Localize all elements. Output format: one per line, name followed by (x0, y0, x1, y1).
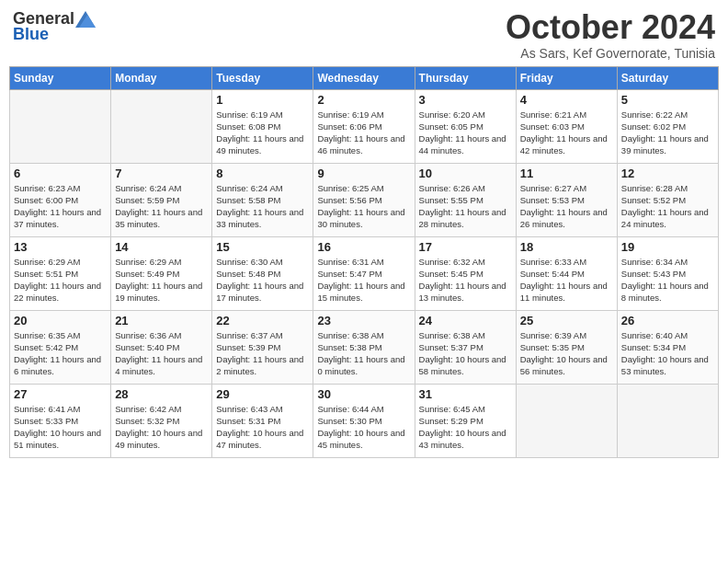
calendar-day-cell: 7Sunrise: 6:24 AM Sunset: 5:59 PM Daylig… (111, 163, 212, 236)
day-info: Sunrise: 6:40 AM Sunset: 5:34 PM Dayligh… (621, 329, 714, 378)
day-number: 26 (621, 314, 714, 327)
day-info: Sunrise: 6:36 AM Sunset: 5:40 PM Dayligh… (115, 329, 208, 378)
calendar-day-cell: 11Sunrise: 6:27 AM Sunset: 5:53 PM Dayli… (516, 163, 617, 236)
calendar-day-cell: 24Sunrise: 6:38 AM Sunset: 5:37 PM Dayli… (415, 310, 516, 384)
day-info: Sunrise: 6:35 AM Sunset: 5:42 PM Dayligh… (14, 329, 107, 378)
calendar-day-cell (111, 89, 212, 163)
calendar-week-row: 1Sunrise: 6:19 AM Sunset: 6:08 PM Daylig… (10, 89, 719, 163)
day-number: 20 (14, 314, 107, 327)
calendar-day-cell (617, 384, 718, 457)
calendar-day-cell: 30Sunrise: 6:44 AM Sunset: 5:30 PM Dayli… (313, 384, 415, 457)
day-number: 6 (14, 167, 107, 180)
logo-blue: Blue (13, 25, 49, 44)
day-info: Sunrise: 6:29 AM Sunset: 5:49 PM Dayligh… (115, 256, 208, 304)
calendar-day-cell: 2Sunrise: 6:19 AM Sunset: 6:06 PM Daylig… (313, 89, 415, 163)
day-info: Sunrise: 6:42 AM Sunset: 5:32 PM Dayligh… (115, 403, 208, 452)
day-info: Sunrise: 6:34 AM Sunset: 5:43 PM Dayligh… (621, 256, 714, 304)
day-info: Sunrise: 6:19 AM Sunset: 6:06 PM Dayligh… (317, 109, 410, 157)
weekday-header: Friday (516, 66, 617, 89)
day-number: 1 (216, 93, 309, 107)
logo-icon (75, 11, 96, 28)
day-info: Sunrise: 6:23 AM Sunset: 6:00 PM Dayligh… (14, 182, 107, 231)
weekday-header: Saturday (617, 66, 718, 89)
calendar-day-cell: 31Sunrise: 6:45 AM Sunset: 5:29 PM Dayli… (415, 384, 516, 457)
location-subtitle: As Sars, Kef Governorate, Tunisia (506, 46, 715, 61)
calendar-day-cell: 14Sunrise: 6:29 AM Sunset: 5:49 PM Dayli… (111, 236, 212, 310)
calendar-day-cell: 20Sunrise: 6:35 AM Sunset: 5:42 PM Dayli… (10, 310, 111, 384)
weekday-header: Monday (111, 66, 212, 89)
day-info: Sunrise: 6:24 AM Sunset: 5:59 PM Dayligh… (115, 182, 208, 231)
day-info: Sunrise: 6:30 AM Sunset: 5:48 PM Dayligh… (216, 256, 309, 304)
day-number: 15 (216, 240, 309, 254)
day-info: Sunrise: 6:39 AM Sunset: 5:35 PM Dayligh… (520, 329, 613, 378)
day-number: 7 (115, 167, 208, 180)
day-info: Sunrise: 6:37 AM Sunset: 5:39 PM Dayligh… (216, 329, 309, 378)
calendar-day-cell: 3Sunrise: 6:20 AM Sunset: 6:05 PM Daylig… (415, 89, 516, 163)
calendar-week-row: 6Sunrise: 6:23 AM Sunset: 6:00 PM Daylig… (10, 163, 719, 236)
calendar-day-cell: 10Sunrise: 6:26 AM Sunset: 5:55 PM Dayli… (415, 163, 516, 236)
day-info: Sunrise: 6:24 AM Sunset: 5:58 PM Dayligh… (216, 182, 309, 231)
calendar-day-cell: 17Sunrise: 6:32 AM Sunset: 5:45 PM Dayli… (415, 236, 516, 310)
day-info: Sunrise: 6:21 AM Sunset: 6:03 PM Dayligh… (520, 109, 613, 157)
day-number: 11 (520, 167, 613, 180)
day-info: Sunrise: 6:41 AM Sunset: 5:33 PM Dayligh… (14, 403, 107, 452)
day-number: 27 (14, 387, 107, 401)
day-info: Sunrise: 6:38 AM Sunset: 5:37 PM Dayligh… (419, 329, 512, 378)
day-number: 21 (115, 314, 208, 327)
calendar-table: SundayMondayTuesdayWednesdayThursdayFrid… (9, 66, 719, 458)
day-info: Sunrise: 6:19 AM Sunset: 6:08 PM Dayligh… (216, 109, 309, 157)
calendar-day-cell: 12Sunrise: 6:28 AM Sunset: 5:52 PM Dayli… (617, 163, 718, 236)
calendar-day-cell: 28Sunrise: 6:42 AM Sunset: 5:32 PM Dayli… (111, 384, 212, 457)
day-info: Sunrise: 6:27 AM Sunset: 5:53 PM Dayligh… (520, 182, 613, 231)
day-info: Sunrise: 6:44 AM Sunset: 5:30 PM Dayligh… (317, 403, 410, 452)
calendar-day-cell: 18Sunrise: 6:33 AM Sunset: 5:44 PM Dayli… (516, 236, 617, 310)
day-info: Sunrise: 6:25 AM Sunset: 5:56 PM Dayligh… (317, 182, 410, 231)
day-info: Sunrise: 6:45 AM Sunset: 5:29 PM Dayligh… (419, 403, 512, 452)
day-number: 5 (621, 93, 714, 107)
day-info: Sunrise: 6:26 AM Sunset: 5:55 PM Dayligh… (419, 182, 512, 231)
day-info: Sunrise: 6:20 AM Sunset: 6:05 PM Dayligh… (419, 109, 512, 157)
calendar-day-cell: 27Sunrise: 6:41 AM Sunset: 5:33 PM Dayli… (10, 384, 111, 457)
day-info: Sunrise: 6:22 AM Sunset: 6:02 PM Dayligh… (621, 109, 714, 157)
calendar-day-cell: 6Sunrise: 6:23 AM Sunset: 6:00 PM Daylig… (10, 163, 111, 236)
calendar-header-row: SundayMondayTuesdayWednesdayThursdayFrid… (10, 66, 719, 89)
weekday-header: Thursday (415, 66, 516, 89)
calendar-day-cell: 19Sunrise: 6:34 AM Sunset: 5:43 PM Dayli… (617, 236, 718, 310)
day-number: 19 (621, 240, 714, 254)
calendar-day-cell: 8Sunrise: 6:24 AM Sunset: 5:58 PM Daylig… (212, 163, 313, 236)
day-info: Sunrise: 6:43 AM Sunset: 5:31 PM Dayligh… (216, 403, 309, 452)
calendar-week-row: 13Sunrise: 6:29 AM Sunset: 5:51 PM Dayli… (10, 236, 719, 310)
day-number: 25 (520, 314, 613, 327)
day-number: 13 (14, 240, 107, 254)
day-number: 10 (419, 167, 512, 180)
day-number: 18 (520, 240, 613, 254)
day-info: Sunrise: 6:29 AM Sunset: 5:51 PM Dayligh… (14, 256, 107, 304)
day-number: 23 (317, 314, 410, 327)
calendar-week-row: 27Sunrise: 6:41 AM Sunset: 5:33 PM Dayli… (10, 384, 719, 457)
day-info: Sunrise: 6:28 AM Sunset: 5:52 PM Dayligh… (621, 182, 714, 231)
day-number: 30 (317, 387, 410, 401)
calendar-day-cell (516, 384, 617, 457)
calendar-day-cell: 22Sunrise: 6:37 AM Sunset: 5:39 PM Dayli… (212, 310, 313, 384)
calendar-day-cell: 25Sunrise: 6:39 AM Sunset: 5:35 PM Dayli… (516, 310, 617, 384)
day-number: 24 (419, 314, 512, 327)
logo: General Blue (13, 9, 96, 44)
day-number: 28 (115, 387, 208, 401)
page-header: General Blue October 2024 As Sars, Kef G… (9, 9, 719, 61)
day-number: 16 (317, 240, 410, 254)
day-number: 29 (216, 387, 309, 401)
day-number: 22 (216, 314, 309, 327)
weekday-header: Sunday (10, 66, 111, 89)
day-number: 2 (317, 93, 410, 107)
calendar-week-row: 20Sunrise: 6:35 AM Sunset: 5:42 PM Dayli… (10, 310, 719, 384)
day-number: 3 (419, 93, 512, 107)
day-number: 14 (115, 240, 208, 254)
day-number: 31 (419, 387, 512, 401)
calendar-day-cell: 21Sunrise: 6:36 AM Sunset: 5:40 PM Dayli… (111, 310, 212, 384)
day-number: 8 (216, 167, 309, 180)
calendar-day-cell: 15Sunrise: 6:30 AM Sunset: 5:48 PM Dayli… (212, 236, 313, 310)
day-info: Sunrise: 6:32 AM Sunset: 5:45 PM Dayligh… (419, 256, 512, 304)
calendar-day-cell: 29Sunrise: 6:43 AM Sunset: 5:31 PM Dayli… (212, 384, 313, 457)
month-year-title: October 2024 (506, 9, 715, 46)
day-number: 12 (621, 167, 714, 180)
